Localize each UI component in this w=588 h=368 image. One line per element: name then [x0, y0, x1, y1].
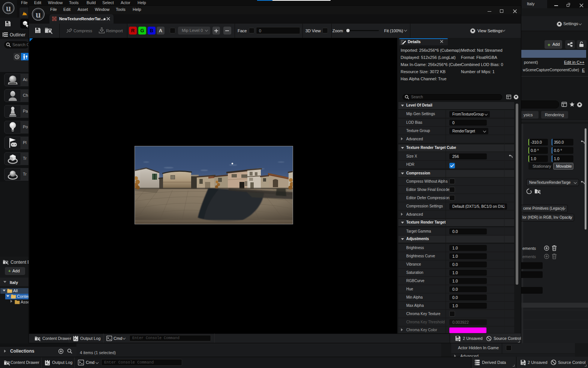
svg-text:u: u: [36, 9, 41, 20]
svg-text:u: u: [6, 3, 11, 13]
